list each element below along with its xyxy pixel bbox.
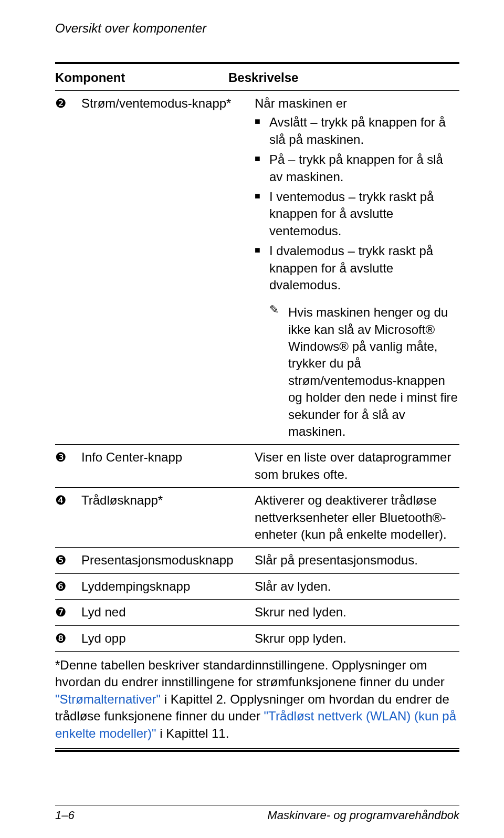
footnote-text: i Kapittel 11. [156,726,229,740]
row-number-icon: ❸ [55,449,67,466]
row-number-icon: ❻ [55,578,67,595]
table-bottom-thick-rule [55,750,459,752]
note-block: ✎ Hvis maskinen henger og du ikke kan sl… [255,304,459,440]
page: Oversikt over komponenter Komponent Besk… [0,0,504,838]
header-component: Komponent [55,70,228,85]
component-description: Skrur opp lyden. [255,630,459,647]
table-header-row: Komponent Beskrivelse [55,65,459,90]
row-number-icon: ❼ [55,604,67,621]
component-name: Info Center-knapp [81,449,255,483]
header-description: Beskrivelse [228,70,459,85]
component-name: Strøm/ventemodus-knapp* [81,95,255,440]
desc-bullet: På – trykk på knappen for å slå av maski… [255,151,459,185]
table-footnote: *Denne tabellen beskriver standardinnsti… [55,651,459,748]
component-description: Slår på presentasjonsmodus. [255,552,459,569]
page-footer: 1–6 Maskinvare- og programvarehåndbok [55,805,459,822]
table-row: ❽ Lyd opp Skrur opp lyden. [55,625,459,651]
table-top-thick-rule [55,62,459,64]
component-description: Viser en liste over dataprogrammer som b… [255,449,459,483]
desc-bullet-list: Avslått – trykk på knappen for å slå på … [255,114,459,294]
row-number-icon: ❷ [55,95,67,112]
desc-bullet: Avslått – trykk på knappen for å slå på … [255,114,459,148]
component-name: Lyd ned [81,604,255,621]
row-number-icon: ❹ [55,492,67,509]
desc-intro: Når maskinen er [255,95,459,112]
note-text: Hvis maskinen henger og du ikke kan slå … [288,304,459,440]
table-row: ❺ Presentasjonsmodusknapp Slår på presen… [55,547,459,573]
row-number-icon: ❺ [55,552,67,569]
table-row: ❸ Info Center-knapp Viser en liste over … [55,444,459,487]
page-number: 1–6 [55,809,75,822]
component-description: Skrur ned lyden. [255,604,459,621]
pencil-icon: ✎ [269,304,288,440]
table-row: ❻ Lyddempingsknapp Slår av lyden. [55,573,459,599]
component-name: Trådløsknapp* [81,492,255,543]
component-description: Aktiverer og deaktiverer trådløse nettve… [255,492,459,543]
desc-bullet: I ventemodus – trykk raskt på knappen fo… [255,188,459,239]
table-row: ❷ Strøm/ventemodus-knapp* Når maskinen e… [55,90,459,444]
component-description: Når maskinen er Avslått – trykk på knapp… [255,95,459,440]
footnote-text: *Denne tabellen beskriver standardinnsti… [55,658,445,689]
component-table: Komponent Beskrivelse ❷ Strøm/ventemodus… [55,65,459,748]
book-title: Maskinvare- og programvarehåndbok [267,809,459,822]
table-bottom-thin-rule [55,748,459,749]
component-name: Lyd opp [81,630,255,647]
component-name: Presentasjonsmodusknapp [81,552,255,569]
table-row: ❼ Lyd ned Skrur ned lyden. [55,599,459,625]
footnote-link[interactable]: "Strømalternativer" [55,692,161,706]
component-description: Slår av lyden. [255,578,459,595]
component-name: Lyddempingsknapp [81,578,255,595]
desc-bullet: I dvalemodus – trykk raskt på knappen fo… [255,243,459,294]
row-number-icon: ❽ [55,630,67,647]
running-head: Oversikt over komponenter [55,21,459,36]
table-row: ❹ Trådløsknapp* Aktiverer og deaktiverer… [55,487,459,547]
